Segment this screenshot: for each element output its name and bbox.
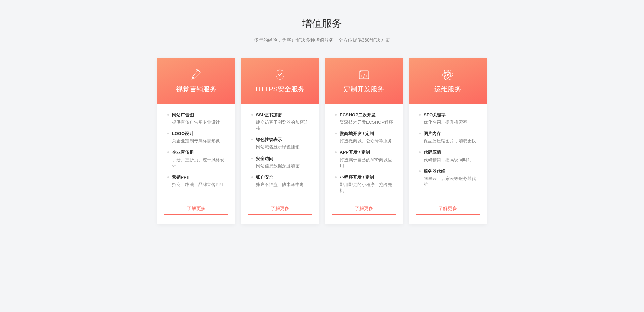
- card-body: SSL证书加密 建立访客于浏览器的加密连接 绿色挂锁表示 网站域名显示绿色挂锁 …: [241, 104, 319, 202]
- cards-row: 视觉营销服务 网站广告图 提供宣传广告图专业设计 LOGO设计 为企业定制专属标…: [0, 58, 644, 224]
- feature-desc: 资深技术开发ECSHOP程序: [340, 119, 396, 125]
- card-footer: 了解更多: [241, 202, 319, 224]
- feature-item: SSL证书加密 建立访客于浏览器的加密连接: [251, 112, 312, 131]
- card-header: 运维服务: [409, 58, 487, 104]
- page-container: 增值服务 多年的经验，为客户解决多种增值服务，全方位提供360°解决方案 视觉营…: [0, 0, 644, 224]
- learn-more-button[interactable]: 了解更多: [248, 202, 312, 215]
- card-title: HTTPS安全服务: [256, 85, 305, 94]
- feature-desc: 网站信息数据深度加密: [256, 163, 312, 169]
- feature-desc: 保品质压缩图片，加载更快: [424, 138, 480, 144]
- atom-icon: [441, 68, 454, 81]
- learn-more-button[interactable]: 了解更多: [164, 202, 228, 215]
- feature-item: LOGO设计 为企业定制专属标志形象: [167, 131, 228, 144]
- feature-item: 企业宣传册 手册、三折页、统一风格设计: [167, 149, 228, 169]
- card-title: 运维服务: [434, 85, 461, 94]
- feature-item: 营销PPT 招商、路演、品牌宣传PPT: [167, 174, 228, 188]
- page-title: 增值服务: [0, 17, 644, 30]
- feature-title: APP开发 / 定制: [340, 149, 396, 155]
- card-footer: 了解更多: [157, 202, 235, 224]
- card-visual-marketing: 视觉营销服务 网站广告图 提供宣传广告图专业设计 LOGO设计 为企业定制专属标…: [157, 58, 235, 224]
- feature-title: 网站广告图: [172, 112, 228, 118]
- feature-title: 微商城开发 / 定制: [340, 131, 396, 137]
- feature-desc: 招商、路演、品牌宣传PPT: [172, 182, 228, 188]
- card-header: 定制开发服务: [325, 58, 403, 104]
- card-ops: 运维服务 SEO关键字 优化名词、提升搜索率 图片内存 保品质压缩图片，加载更快…: [409, 58, 487, 224]
- card-title: 定制开发服务: [344, 85, 384, 94]
- feature-title: 代码压缩: [424, 149, 480, 155]
- feature-list: 网站广告图 提供宣传广告图专业设计 LOGO设计 为企业定制专属标志形象 企业宣…: [167, 112, 228, 188]
- feature-item: 网站广告图 提供宣传广告图专业设计: [167, 112, 228, 125]
- feature-title: 绿色挂锁表示: [256, 137, 312, 143]
- shield-icon: [273, 68, 287, 81]
- feature-item: 安全访问 网站信息数据深度加密: [251, 155, 312, 169]
- feature-item: 微商城开发 / 定制 打造微商城、公众号等服务: [335, 131, 396, 144]
- feature-title: ECSHOP二次开发: [340, 112, 396, 118]
- svg-point-4: [362, 72, 362, 72]
- feature-desc: 代码精简，提高访问时间: [424, 157, 480, 163]
- feature-desc: 打造微商城、公众号等服务: [340, 138, 396, 144]
- feature-desc: 网站域名显示绿色挂锁: [256, 144, 312, 150]
- feature-desc: 打造属于自己的APP商城应用: [340, 157, 396, 169]
- page-subtitle: 多年的经验，为客户解决多种增值服务，全方位提供360°解决方案: [0, 37, 644, 43]
- feature-item: ECSHOP二次开发 资深技术开发ECSHOP程序: [335, 112, 396, 125]
- feature-desc: 为企业定制专属标志形象: [172, 138, 228, 144]
- card-header: 视觉营销服务: [157, 58, 235, 104]
- card-header: HTTPS安全服务: [241, 58, 319, 104]
- feature-title: 图片内存: [424, 131, 480, 137]
- feature-title: 小程序开发 / 定制: [340, 174, 396, 180]
- browser-icon: [357, 68, 371, 81]
- card-custom-dev: 定制开发服务 ECSHOP二次开发 资深技术开发ECSHOP程序 微商城开发 /…: [325, 58, 403, 224]
- feature-item: 小程序开发 / 定制 即用即走的小程序、抢占先机: [335, 174, 396, 194]
- feature-list: SSL证书加密 建立访客于浏览器的加密连接 绿色挂锁表示 网站域名显示绿色挂锁 …: [251, 112, 312, 188]
- svg-point-0: [193, 77, 194, 78]
- feature-desc: 阿里云、京东云等服务器代维: [424, 176, 480, 188]
- feature-desc: 建立访客于浏览器的加密连接: [256, 119, 312, 131]
- learn-more-button[interactable]: 了解更多: [416, 202, 480, 215]
- card-footer: 了解更多: [409, 202, 487, 224]
- feature-title: 营销PPT: [172, 174, 228, 180]
- feature-item: APP开发 / 定制 打造属于自己的APP商城应用: [335, 149, 396, 169]
- card-title: 视觉营销服务: [176, 85, 216, 94]
- feature-title: 安全访问: [256, 155, 312, 162]
- feature-item: 账户安全 账户不怕盗、防木马中毒: [251, 174, 312, 188]
- learn-more-button[interactable]: 了解更多: [332, 202, 396, 215]
- svg-point-5: [447, 74, 449, 76]
- feature-desc: 即用即走的小程序、抢占先机: [340, 182, 396, 194]
- feature-item: 绿色挂锁表示 网站域名显示绿色挂锁: [251, 137, 312, 150]
- feature-title: 账户安全: [256, 174, 312, 180]
- card-https-security: HTTPS安全服务 SSL证书加密 建立访客于浏览器的加密连接 绿色挂锁表示 网…: [241, 58, 319, 224]
- feature-desc: 优化名词、提升搜索率: [424, 119, 480, 125]
- svg-point-3: [360, 72, 361, 72]
- feature-list: SEO关键字 优化名词、提升搜索率 图片内存 保品质压缩图片，加载更快 代码压缩…: [419, 112, 480, 188]
- feature-title: 企业宣传册: [172, 149, 228, 155]
- feature-list: ECSHOP二次开发 资深技术开发ECSHOP程序 微商城开发 / 定制 打造微…: [335, 112, 396, 194]
- feature-item: 图片内存 保品质压缩图片，加载更快: [419, 131, 480, 144]
- card-footer: 了解更多: [325, 202, 403, 224]
- feature-item: 服务器代维 阿里云、京东云等服务器代维: [419, 168, 480, 188]
- feature-title: SSL证书加密: [256, 112, 312, 118]
- feature-desc: 提供宣传广告图专业设计: [172, 119, 228, 125]
- feature-item: 代码压缩 代码精简，提高访问时间: [419, 149, 480, 163]
- feature-item: SEO关键字 优化名词、提升搜索率: [419, 112, 480, 125]
- feature-desc: 手册、三折页、统一风格设计: [172, 157, 228, 169]
- feature-title: LOGO设计: [172, 131, 228, 137]
- feature-title: 服务器代维: [424, 168, 480, 174]
- feature-desc: 账户不怕盗、防木马中毒: [256, 182, 312, 188]
- card-body: 网站广告图 提供宣传广告图专业设计 LOGO设计 为企业定制专属标志形象 企业宣…: [157, 104, 235, 202]
- card-body: SEO关键字 优化名词、提升搜索率 图片内存 保品质压缩图片，加载更快 代码压缩…: [409, 104, 487, 202]
- pen-icon: [190, 68, 203, 81]
- card-body: ECSHOP二次开发 资深技术开发ECSHOP程序 微商城开发 / 定制 打造微…: [325, 104, 403, 202]
- feature-title: SEO关键字: [424, 112, 480, 118]
